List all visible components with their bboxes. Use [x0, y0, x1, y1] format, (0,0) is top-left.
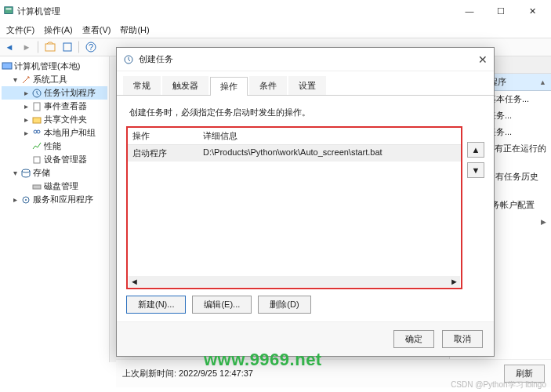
menu-action[interactable]: 操作(A) [41, 23, 76, 38]
nav-tree[interactable]: 计算机管理(本地) ▾系统工具 ▸任务计划程序 ▸事件查看器 ▸共享文件夹 ▸本… [0, 56, 110, 362]
col-action[interactable]: 操作 [128, 128, 198, 144]
menu-view[interactable]: 查看(V) [79, 23, 114, 38]
actions-list[interactable]: 操作 详细信息 启动程序 D:\Products\Python\work\Aut… [126, 126, 462, 289]
tree-storage[interactable]: 存储 [33, 167, 50, 179]
tab-conditions[interactable]: 条件 [249, 76, 287, 95]
task-icon [123, 54, 134, 65]
watermark-text: www.9969.net [204, 350, 322, 370]
svg-rect-8 [34, 103, 40, 111]
expand-icon[interactable]: ▾ [11, 75, 19, 84]
folder-icon [31, 114, 42, 125]
svg-point-10 [34, 130, 37, 133]
dialog-hint: 创建任务时，必须指定任务启动时发生的操作。 [129, 107, 484, 118]
maximize-button[interactable]: ☐ [490, 6, 512, 16]
scroll-left-icon[interactable]: ◄ [130, 277, 139, 286]
dialog-title: 创建任务 [139, 53, 173, 65]
new-action-button[interactable]: 新建(N)... [126, 296, 186, 314]
expand-icon[interactable]: ▸ [22, 89, 30, 97]
svg-point-13 [22, 169, 30, 172]
menu-bar: 文件(F) 操作(A) 查看(V) 帮助(H) [0, 22, 551, 38]
close-button[interactable]: ✕ [521, 6, 543, 16]
cancel-button[interactable]: 取消 [442, 330, 483, 348]
users-icon [31, 128, 42, 139]
tree-root[interactable]: 计算机管理(本地) [14, 60, 80, 72]
tree-services[interactable]: 服务和应用程序 [33, 194, 93, 205]
horizontal-scrollbar[interactable]: ◄ ► [129, 276, 460, 287]
svg-rect-9 [33, 118, 41, 123]
window-title: 计算机管理 [17, 5, 60, 17]
dialog-title-bar: 创建任务 ✕ [117, 48, 494, 71]
create-task-dialog: 创建任务 ✕ 常规 触发器 操作 条件 设置 创建任务时，必须指定任务启动时发生… [116, 47, 495, 357]
expand-icon[interactable]: ▸ [22, 129, 30, 137]
dialog-tabs: 常规 触发器 操作 条件 设置 [117, 76, 494, 96]
nav-back-button[interactable]: ◄ [2, 40, 17, 54]
svg-text:?: ? [89, 42, 93, 52]
list-header: 操作 详细信息 [128, 128, 461, 145]
tree-eventviewer[interactable]: 事件查看器 [44, 100, 87, 112]
svg-rect-0 [5, 7, 13, 14]
cell-detail: D:\Products\Python\work\Auto_screen\star… [198, 145, 461, 162]
window-controls: — ☐ ✕ [459, 6, 548, 16]
cell-action: 启动程序 [128, 145, 198, 162]
title-bar: 计算机管理 — ☐ ✕ [0, 0, 551, 22]
tab-actions[interactable]: 操作 [210, 77, 248, 96]
dialog-close-button[interactable]: ✕ [478, 53, 488, 66]
expand-icon[interactable]: ▸ [11, 195, 19, 204]
tree-localusers[interactable]: 本地用户和组 [44, 127, 96, 139]
tree-diskmgmt[interactable]: 磁盘管理 [44, 180, 78, 192]
credit-text: CSDN @Python学习 lbingo [451, 379, 546, 390]
menu-help[interactable]: 帮助(H) [117, 23, 152, 38]
collapse-icon[interactable]: ▲ [539, 78, 546, 86]
tab-triggers[interactable]: 触发器 [162, 76, 208, 95]
app-icon [3, 5, 14, 16]
storage-icon [20, 168, 31, 179]
tree-shared[interactable]: 共享文件夹 [44, 114, 87, 125]
svg-point-16 [25, 199, 27, 201]
toolbar-btn-2[interactable] [60, 40, 75, 54]
expand-icon[interactable]: ▸ [22, 115, 30, 124]
menu-file[interactable]: 文件(F) [3, 23, 38, 38]
toolbar-separator [78, 41, 80, 53]
tree-devmgr[interactable]: 设备管理器 [44, 154, 87, 165]
toolbar-btn-1[interactable] [42, 40, 58, 54]
edit-action-button[interactable]: 编辑(E)... [192, 296, 252, 314]
svg-rect-3 [63, 43, 71, 51]
tree-tasksched[interactable]: 任务计划程序 [44, 87, 96, 99]
tools-icon [20, 74, 31, 85]
list-row[interactable]: 启动程序 D:\Products\Python\work\Auto_screen… [128, 145, 461, 162]
event-icon [31, 101, 42, 112]
device-icon [31, 154, 42, 165]
tree-systools[interactable]: 系统工具 [33, 74, 67, 85]
svg-rect-6 [2, 63, 12, 69]
toolbar-separator [38, 41, 39, 53]
services-icon [20, 194, 31, 205]
move-down-button[interactable]: ▼ [467, 162, 484, 178]
tab-general[interactable]: 常规 [123, 76, 161, 95]
expand-icon[interactable]: ▾ [11, 169, 19, 177]
computer-icon [2, 61, 13, 72]
svg-rect-14 [33, 185, 41, 189]
ok-button[interactable]: 确定 [393, 330, 434, 348]
svg-rect-1 [6, 9, 12, 10]
nav-forward-button[interactable]: ► [19, 40, 34, 54]
clock-icon [31, 88, 42, 99]
move-up-button[interactable]: ▲ [467, 142, 484, 158]
tree-perf[interactable]: 性能 [44, 140, 61, 152]
toolbar-help-button[interactable]: ? [83, 40, 99, 54]
delete-action-button[interactable]: 删除(D) [258, 296, 310, 314]
minimize-button[interactable]: — [459, 6, 480, 16]
perf-icon [31, 141, 42, 152]
scroll-right-icon[interactable]: ► [450, 277, 459, 286]
tab-settings[interactable]: 设置 [288, 76, 326, 95]
expand-icon[interactable]: ▸ [22, 102, 30, 111]
col-detail[interactable]: 详细信息 [198, 128, 461, 144]
disk-icon [31, 181, 42, 192]
svg-rect-2 [45, 44, 55, 51]
svg-rect-12 [34, 157, 40, 163]
svg-point-11 [37, 130, 40, 133]
